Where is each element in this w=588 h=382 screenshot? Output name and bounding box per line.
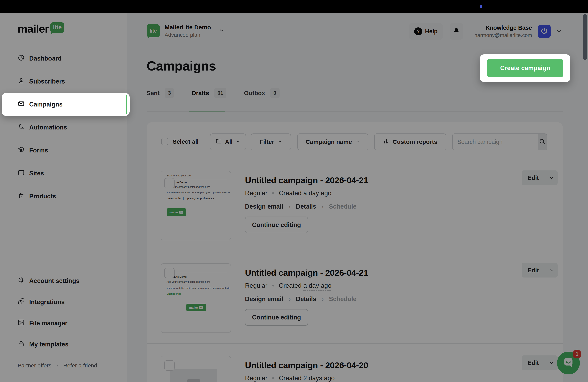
sidebar-item-campaigns[interactable]: Campaigns xyxy=(1,93,130,116)
recording-indicator-dot xyxy=(480,5,483,8)
create-campaign-spotlight: Create campaign xyxy=(480,54,570,82)
create-campaign-button[interactable]: Create campaign xyxy=(487,59,563,77)
sidebar-item-label: Campaigns xyxy=(29,101,63,108)
envelope-icon xyxy=(18,100,25,109)
scrollbar-thumb[interactable] xyxy=(583,14,587,60)
